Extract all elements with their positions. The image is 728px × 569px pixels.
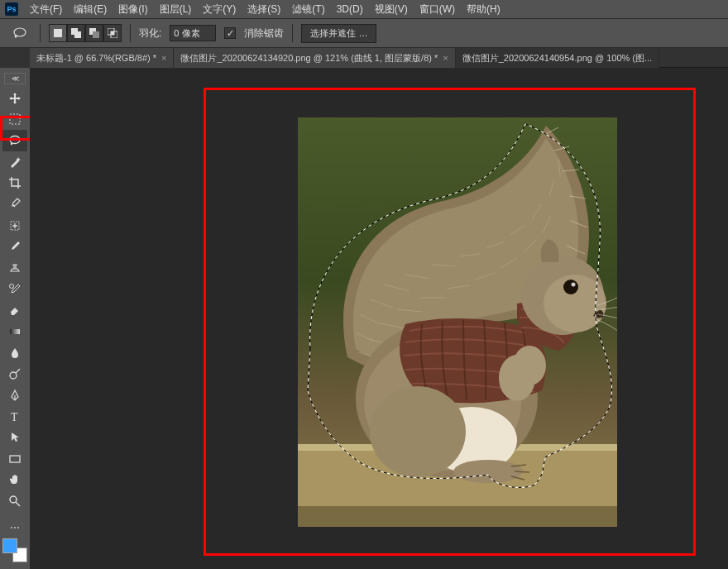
svg-rect-4 [74, 31, 81, 38]
type-tool[interactable]: T [2, 406, 27, 428]
brush-tool[interactable] [2, 236, 27, 257]
dodge-tool[interactable] [2, 363, 27, 385]
color-swatches[interactable] [2, 538, 27, 563]
path-select-tool[interactable] [2, 427, 27, 448]
divider [40, 24, 41, 42]
svg-rect-9 [111, 31, 114, 35]
eraser-tool[interactable] [2, 299, 27, 321]
menu-image[interactable]: 图像(I) [118, 2, 147, 17]
menu-window[interactable]: 窗口(W) [419, 2, 455, 17]
current-tool-icon[interactable] [8, 23, 31, 43]
tab-document-1[interactable]: 未标题-1 @ 66.7%(RGB/8#) * × [30, 48, 174, 68]
feather-input[interactable] [170, 25, 216, 41]
edit-toolbar[interactable]: ⋯ [2, 517, 27, 538]
tab-label: 未标题-1 @ 66.7%(RGB/8#) * [36, 52, 156, 65]
menu-text[interactable]: 文字(Y) [203, 2, 236, 17]
mode-subtract[interactable] [85, 24, 103, 42]
svg-point-11 [10, 136, 20, 143]
magic-wand-tool[interactable] [2, 151, 27, 173]
menubar: Ps 文件(F) 编辑(E) 图像(I) 图层(L) 文字(Y) 选择(S) 滤… [0, 0, 728, 18]
mode-new[interactable] [49, 24, 67, 42]
clone-stamp-tool[interactable] [2, 257, 27, 279]
toolbox-expand-handle[interactable]: ≪ [4, 73, 26, 84]
select-and-mask-button[interactable]: 选择并遮住 … [301, 24, 376, 43]
app-logo: Ps [5, 2, 18, 16]
close-icon[interactable]: × [443, 53, 448, 63]
svg-point-29 [572, 283, 576, 287]
menu-view[interactable]: 视图(V) [375, 2, 408, 17]
mode-add[interactable] [67, 24, 85, 42]
menu-select[interactable]: 选择(S) [247, 2, 280, 17]
selection-mode-group [49, 24, 122, 42]
close-icon[interactable]: × [161, 53, 166, 63]
marquee-tool[interactable] [2, 109, 27, 131]
lasso-tool[interactable] [2, 130, 27, 151]
tab-label: 微信图片_20200624140954.png @ 100% (图... [462, 52, 652, 65]
svg-point-33 [370, 386, 466, 477]
divider [130, 24, 131, 42]
pen-tool[interactable] [2, 385, 27, 406]
svg-rect-15 [10, 329, 20, 334]
divider [292, 24, 293, 42]
zoom-tool[interactable] [2, 490, 27, 512]
spot-heal-tool[interactable] [2, 215, 27, 237]
svg-rect-6 [93, 31, 99, 38]
document-image[interactable] [298, 117, 617, 527]
svg-point-19 [10, 496, 17, 503]
feather-label: 羽化: [139, 26, 161, 41]
svg-rect-10 [10, 114, 20, 124]
history-brush-tool[interactable] [2, 279, 27, 300]
svg-point-32 [453, 460, 523, 483]
mode-intersect[interactable] [103, 24, 122, 42]
menu-filter[interactable]: 滤镜(T) [292, 2, 324, 17]
image-content [298, 117, 617, 527]
antialias-label: 消除锯齿 [244, 26, 284, 41]
menu-layer[interactable]: 图层(L) [160, 2, 192, 17]
lasso-icon [12, 27, 27, 39]
tab-label: 微信图片_20200624134920.png @ 121% (曲线 1, 图层… [180, 52, 438, 65]
svg-point-0 [14, 28, 26, 36]
rectangle-tool[interactable] [2, 448, 27, 470]
tab-document-2[interactable]: 微信图片_20200624134920.png @ 121% (曲线 1, 图层… [174, 48, 455, 68]
svg-text:T: T [11, 411, 18, 423]
svg-rect-22 [298, 506, 617, 527]
svg-point-31 [513, 346, 546, 385]
svg-point-1 [15, 36, 17, 38]
menu-help[interactable]: 帮助(H) [467, 2, 500, 17]
svg-point-28 [563, 280, 578, 294]
tab-document-3[interactable]: 微信图片_20200624140954.png @ 100% (图... [456, 48, 659, 68]
move-tool[interactable] [2, 88, 27, 109]
crop-tool[interactable] [2, 172, 27, 194]
document-tabs: 未标题-1 @ 66.7%(RGB/8#) * × 微信图片_202006241… [30, 48, 728, 68]
options-bar: 羽化: 消除锯齿 选择并遮住 … [0, 18, 728, 48]
canvas-area[interactable] [30, 68, 728, 569]
hand-tool[interactable] [2, 470, 27, 491]
svg-rect-2 [54, 29, 62, 37]
menu-3d[interactable]: 3D(D) [337, 3, 363, 15]
eyedropper-tool[interactable] [2, 194, 27, 215]
antialias-checkbox[interactable] [224, 27, 236, 39]
menu-edit[interactable]: 编辑(E) [74, 2, 107, 17]
gradient-tool[interactable] [2, 321, 27, 342]
svg-point-12 [11, 143, 13, 146]
svg-rect-18 [10, 456, 20, 462]
svg-point-16 [10, 372, 17, 379]
foreground-color-swatch[interactable] [2, 538, 17, 553]
menu-file[interactable]: 文件(F) [30, 2, 62, 17]
toolbox: ≪ T ⋯ [0, 68, 30, 569]
blur-tool[interactable] [2, 342, 27, 364]
svg-point-14 [10, 284, 14, 288]
